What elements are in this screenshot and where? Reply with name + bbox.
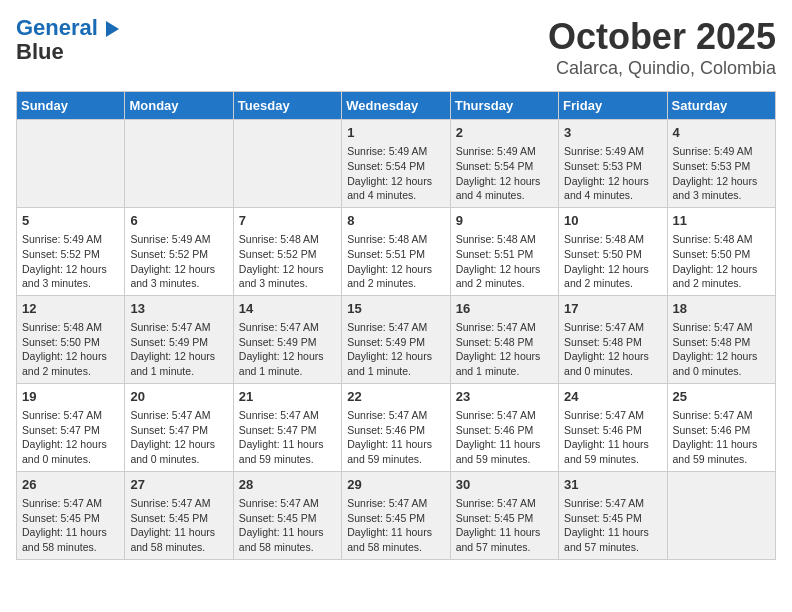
day-info: Sunrise: 5:49 AMSunset: 5:52 PMDaylight:…: [22, 232, 119, 291]
table-row: 30Sunrise: 5:47 AMSunset: 5:45 PMDayligh…: [450, 471, 558, 559]
table-row: 3Sunrise: 5:49 AMSunset: 5:53 PMDaylight…: [559, 120, 667, 208]
day-info: Sunrise: 5:48 AMSunset: 5:50 PMDaylight:…: [673, 232, 770, 291]
day-info: Sunrise: 5:49 AMSunset: 5:52 PMDaylight:…: [130, 232, 227, 291]
table-row: 18Sunrise: 5:47 AMSunset: 5:48 PMDayligh…: [667, 295, 775, 383]
day-number: 18: [673, 300, 770, 318]
day-info: Sunrise: 5:48 AMSunset: 5:52 PMDaylight:…: [239, 232, 336, 291]
day-number: 4: [673, 124, 770, 142]
logo-arrow-icon: [106, 21, 119, 37]
day-number: 16: [456, 300, 553, 318]
day-number: 19: [22, 388, 119, 406]
table-row: 7Sunrise: 5:48 AMSunset: 5:52 PMDaylight…: [233, 207, 341, 295]
weekday-header-row: Sunday Monday Tuesday Wednesday Thursday…: [17, 92, 776, 120]
day-info: Sunrise: 5:47 AMSunset: 5:45 PMDaylight:…: [347, 496, 444, 555]
day-info: Sunrise: 5:47 AMSunset: 5:46 PMDaylight:…: [456, 408, 553, 467]
day-number: 13: [130, 300, 227, 318]
logo: General Blue: [16, 16, 119, 64]
day-number: 26: [22, 476, 119, 494]
week-row-2: 5Sunrise: 5:49 AMSunset: 5:52 PMDaylight…: [17, 207, 776, 295]
table-row: 17Sunrise: 5:47 AMSunset: 5:48 PMDayligh…: [559, 295, 667, 383]
day-info: Sunrise: 5:49 AMSunset: 5:54 PMDaylight:…: [347, 144, 444, 203]
day-info: Sunrise: 5:47 AMSunset: 5:47 PMDaylight:…: [22, 408, 119, 467]
day-number: 7: [239, 212, 336, 230]
table-row: [125, 120, 233, 208]
day-number: 29: [347, 476, 444, 494]
day-info: Sunrise: 5:48 AMSunset: 5:50 PMDaylight:…: [564, 232, 661, 291]
header-thursday: Thursday: [450, 92, 558, 120]
day-number: 15: [347, 300, 444, 318]
day-number: 2: [456, 124, 553, 142]
day-info: Sunrise: 5:47 AMSunset: 5:45 PMDaylight:…: [456, 496, 553, 555]
table-row: 12Sunrise: 5:48 AMSunset: 5:50 PMDayligh…: [17, 295, 125, 383]
table-row: 1Sunrise: 5:49 AMSunset: 5:54 PMDaylight…: [342, 120, 450, 208]
day-info: Sunrise: 5:48 AMSunset: 5:50 PMDaylight:…: [22, 320, 119, 379]
table-row: [233, 120, 341, 208]
header-saturday: Saturday: [667, 92, 775, 120]
table-row: 20Sunrise: 5:47 AMSunset: 5:47 PMDayligh…: [125, 383, 233, 471]
day-number: 23: [456, 388, 553, 406]
calendar-table: Sunday Monday Tuesday Wednesday Thursday…: [16, 91, 776, 560]
day-info: Sunrise: 5:47 AMSunset: 5:48 PMDaylight:…: [456, 320, 553, 379]
day-info: Sunrise: 5:47 AMSunset: 5:48 PMDaylight:…: [673, 320, 770, 379]
day-number: 21: [239, 388, 336, 406]
week-row-4: 19Sunrise: 5:47 AMSunset: 5:47 PMDayligh…: [17, 383, 776, 471]
table-row: 19Sunrise: 5:47 AMSunset: 5:47 PMDayligh…: [17, 383, 125, 471]
header-friday: Friday: [559, 92, 667, 120]
table-row: 24Sunrise: 5:47 AMSunset: 5:46 PMDayligh…: [559, 383, 667, 471]
calendar-title: October 2025: [548, 16, 776, 58]
day-info: Sunrise: 5:47 AMSunset: 5:47 PMDaylight:…: [130, 408, 227, 467]
week-row-5: 26Sunrise: 5:47 AMSunset: 5:45 PMDayligh…: [17, 471, 776, 559]
calendar-subtitle: Calarca, Quindio, Colombia: [548, 58, 776, 79]
day-info: Sunrise: 5:48 AMSunset: 5:51 PMDaylight:…: [456, 232, 553, 291]
day-info: Sunrise: 5:49 AMSunset: 5:53 PMDaylight:…: [564, 144, 661, 203]
day-info: Sunrise: 5:47 AMSunset: 5:45 PMDaylight:…: [239, 496, 336, 555]
table-row: 4Sunrise: 5:49 AMSunset: 5:53 PMDaylight…: [667, 120, 775, 208]
day-number: 12: [22, 300, 119, 318]
header-sunday: Sunday: [17, 92, 125, 120]
table-row: 13Sunrise: 5:47 AMSunset: 5:49 PMDayligh…: [125, 295, 233, 383]
day-number: 9: [456, 212, 553, 230]
table-row: 23Sunrise: 5:47 AMSunset: 5:46 PMDayligh…: [450, 383, 558, 471]
day-info: Sunrise: 5:47 AMSunset: 5:48 PMDaylight:…: [564, 320, 661, 379]
table-row: 6Sunrise: 5:49 AMSunset: 5:52 PMDaylight…: [125, 207, 233, 295]
table-row: 27Sunrise: 5:47 AMSunset: 5:45 PMDayligh…: [125, 471, 233, 559]
day-info: Sunrise: 5:47 AMSunset: 5:46 PMDaylight:…: [347, 408, 444, 467]
day-info: Sunrise: 5:48 AMSunset: 5:51 PMDaylight:…: [347, 232, 444, 291]
header-tuesday: Tuesday: [233, 92, 341, 120]
table-row: 16Sunrise: 5:47 AMSunset: 5:48 PMDayligh…: [450, 295, 558, 383]
day-info: Sunrise: 5:47 AMSunset: 5:49 PMDaylight:…: [347, 320, 444, 379]
day-number: 20: [130, 388, 227, 406]
header-wednesday: Wednesday: [342, 92, 450, 120]
day-info: Sunrise: 5:47 AMSunset: 5:49 PMDaylight:…: [130, 320, 227, 379]
day-number: 22: [347, 388, 444, 406]
day-info: Sunrise: 5:47 AMSunset: 5:45 PMDaylight:…: [130, 496, 227, 555]
day-number: 1: [347, 124, 444, 142]
day-info: Sunrise: 5:47 AMSunset: 5:45 PMDaylight:…: [22, 496, 119, 555]
table-row: 22Sunrise: 5:47 AMSunset: 5:46 PMDayligh…: [342, 383, 450, 471]
day-number: 28: [239, 476, 336, 494]
day-number: 17: [564, 300, 661, 318]
day-number: 5: [22, 212, 119, 230]
day-info: Sunrise: 5:47 AMSunset: 5:49 PMDaylight:…: [239, 320, 336, 379]
day-number: 31: [564, 476, 661, 494]
day-info: Sunrise: 5:49 AMSunset: 5:53 PMDaylight:…: [673, 144, 770, 203]
table-row: [667, 471, 775, 559]
table-row: 10Sunrise: 5:48 AMSunset: 5:50 PMDayligh…: [559, 207, 667, 295]
day-info: Sunrise: 5:47 AMSunset: 5:46 PMDaylight:…: [564, 408, 661, 467]
day-number: 25: [673, 388, 770, 406]
day-info: Sunrise: 5:49 AMSunset: 5:54 PMDaylight:…: [456, 144, 553, 203]
day-number: 10: [564, 212, 661, 230]
logo-general: General: [16, 15, 98, 40]
week-row-3: 12Sunrise: 5:48 AMSunset: 5:50 PMDayligh…: [17, 295, 776, 383]
table-row: 31Sunrise: 5:47 AMSunset: 5:45 PMDayligh…: [559, 471, 667, 559]
day-info: Sunrise: 5:47 AMSunset: 5:45 PMDaylight:…: [564, 496, 661, 555]
table-row: 15Sunrise: 5:47 AMSunset: 5:49 PMDayligh…: [342, 295, 450, 383]
day-info: Sunrise: 5:47 AMSunset: 5:46 PMDaylight:…: [673, 408, 770, 467]
day-number: 14: [239, 300, 336, 318]
page-header: General Blue October 2025 Calarca, Quind…: [16, 16, 776, 79]
week-row-1: 1Sunrise: 5:49 AMSunset: 5:54 PMDaylight…: [17, 120, 776, 208]
day-number: 24: [564, 388, 661, 406]
table-row: 14Sunrise: 5:47 AMSunset: 5:49 PMDayligh…: [233, 295, 341, 383]
table-row: [17, 120, 125, 208]
table-row: 8Sunrise: 5:48 AMSunset: 5:51 PMDaylight…: [342, 207, 450, 295]
